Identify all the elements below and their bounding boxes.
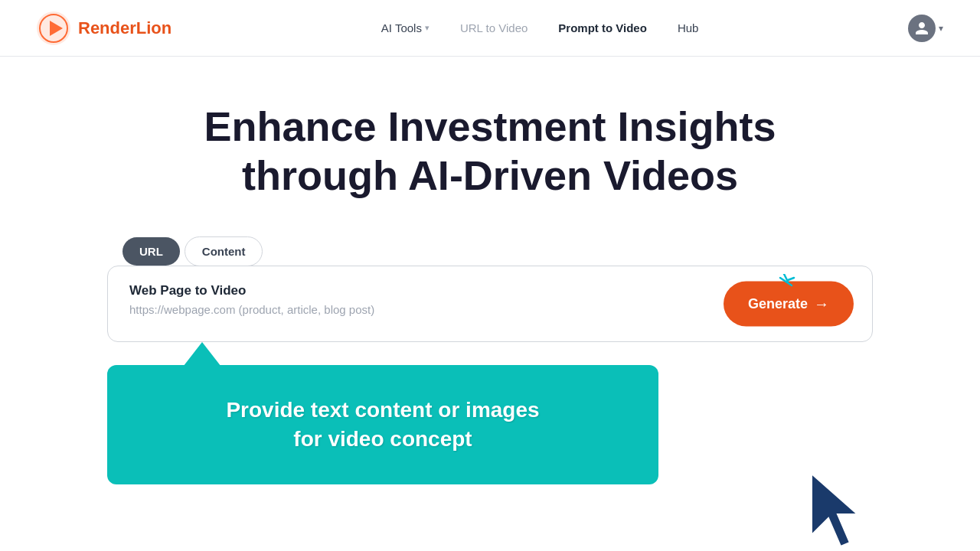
user-area[interactable]: ▾ [908, 15, 943, 42]
tooltip-box: Provide text content or images for video… [107, 365, 658, 484]
logo-text: RenderLion [78, 18, 172, 38]
nav-hub[interactable]: Hub [678, 21, 699, 34]
tooltip-text: Provide text content or images for video… [153, 396, 612, 454]
tooltip-arrow [181, 342, 224, 370]
main-content: Enhance Investment Insights through AI-D… [0, 57, 980, 484]
headline: Enhance Investment Insights through AI-D… [204, 103, 776, 200]
logo-area[interactable]: RenderLion [37, 11, 172, 45]
user-menu-chevron-icon: ▾ [939, 23, 943, 34]
cursor-icon [796, 466, 888, 551]
nav-center: AI Tools ▾ URL to Video Prompt to Video … [381, 21, 699, 34]
generate-arrow-icon: → [814, 295, 829, 313]
search-area: URL Content Web Page to Video https://we… [107, 236, 873, 342]
tooltip-area: Provide text content or images for video… [107, 342, 873, 484]
nav-prompt-to-video[interactable]: Prompt to Video [558, 21, 647, 34]
ai-tools-chevron-icon: ▾ [425, 23, 430, 33]
user-menu[interactable]: ▾ [908, 15, 943, 42]
input-label: Web Page to Video [129, 283, 734, 298]
nav-ai-tools[interactable]: AI Tools ▾ [381, 21, 430, 34]
navbar: RenderLion AI Tools ▾ URL to Video Promp… [0, 0, 980, 57]
tab-url[interactable]: URL [122, 237, 180, 266]
input-box: Web Page to Video https://webpage.com (p… [107, 266, 873, 342]
nav-url-to-video[interactable]: URL to Video [460, 21, 528, 34]
svg-line-4 [784, 274, 788, 282]
svg-marker-6 [812, 474, 858, 546]
generate-button[interactable]: Generate → [724, 282, 854, 327]
tab-bar: URL Content [107, 236, 873, 266]
tab-content[interactable]: Content [185, 236, 263, 266]
input-placeholder[interactable]: https://webpage.com (product, article, b… [129, 303, 734, 316]
renderlion-logo-icon [37, 11, 70, 45]
user-avatar [908, 15, 936, 42]
cursor-decoration [796, 466, 888, 551]
user-icon [914, 21, 929, 36]
svg-line-5 [788, 278, 794, 280]
